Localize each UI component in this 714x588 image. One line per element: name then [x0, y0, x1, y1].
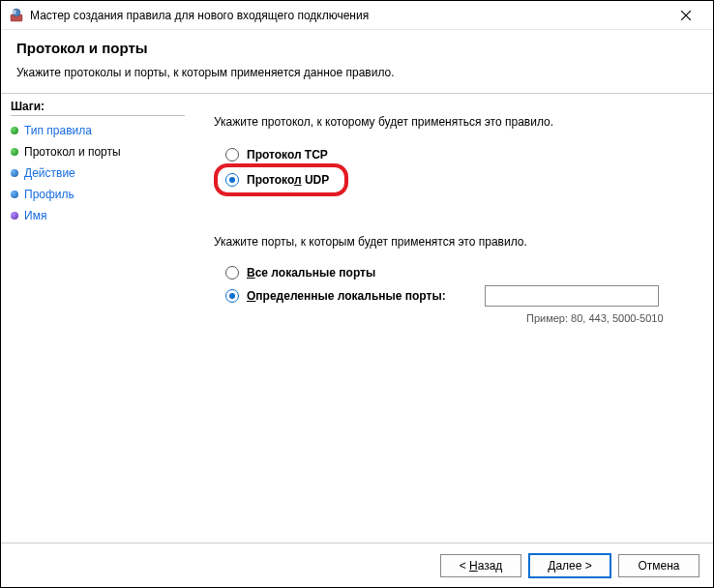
step-item[interactable]: Имя	[11, 205, 185, 226]
wizard-header: Протокол и порты Укажите протоколы и пор…	[1, 30, 713, 94]
protocol-tcp-label: Протокол TCP	[247, 148, 328, 162]
specific-ports-label: Определенные локальные порты:	[247, 289, 446, 303]
page-title: Протокол и порты	[16, 40, 698, 56]
step-item[interactable]: Профиль	[11, 184, 185, 205]
step-item[interactable]: Действие	[11, 162, 185, 184]
ports-prompt: Укажите порты, к которым будет применятс…	[214, 235, 694, 249]
specific-ports-option[interactable]: Определенные локальные порты:	[225, 285, 694, 307]
step-item[interactable]: Протокол и порты	[11, 141, 185, 162]
back-button[interactable]: < Назад	[440, 554, 521, 577]
ports-example: Пример: 80, 443, 5000-5010	[526, 312, 694, 324]
step-bullet-icon	[11, 169, 18, 177]
step-label: Протокол и порты	[24, 145, 121, 159]
specific-ports-input[interactable]	[485, 285, 659, 307]
next-button[interactable]: Далее >	[529, 554, 610, 577]
all-ports-option[interactable]: Все локальные порты	[225, 266, 694, 279]
radio-icon	[225, 266, 239, 279]
titlebar: Мастер создания правила для нового входя…	[1, 1, 713, 30]
radio-icon	[225, 173, 239, 187]
cancel-button[interactable]: Отмена	[618, 554, 699, 577]
wizard-window: Мастер создания правила для нового входя…	[0, 0, 714, 588]
close-button[interactable]	[667, 1, 705, 29]
radio-icon	[225, 148, 239, 162]
step-label: Тип правила	[24, 124, 92, 137]
svg-rect-2	[13, 10, 16, 14]
step-bullet-icon	[11, 191, 18, 198]
highlight-annotation: Протокол UDP	[214, 163, 348, 196]
step-bullet-icon	[11, 212, 18, 220]
protocol-udp-label: Протокол UDP	[247, 173, 329, 187]
steps-heading: Шаги:	[11, 100, 185, 116]
wizard-body: Шаги: Тип правилаПротокол и портыДействи…	[1, 94, 713, 543]
wizard-content: Укажите протокол, к которому будет приме…	[194, 94, 713, 543]
step-label: Профиль	[24, 188, 74, 201]
step-label: Действие	[24, 166, 75, 180]
protocol-prompt: Укажите протокол, к которому будет приме…	[214, 115, 694, 129]
wizard-footer: < Назад Далее > Отмена	[1, 543, 713, 587]
steps-sidebar: Шаги: Тип правилаПротокол и портыДействи…	[1, 94, 194, 543]
page-subtitle: Укажите протоколы и порты, к которым при…	[16, 66, 698, 79]
step-label: Имя	[24, 209, 46, 222]
protocol-udp-option[interactable]: Протокол UDP	[225, 171, 329, 189]
window-title: Мастер создания правила для нового входя…	[30, 9, 667, 22]
step-item[interactable]: Тип правила	[11, 120, 185, 141]
radio-icon	[225, 289, 239, 303]
protocol-tcp-option[interactable]: Протокол TCP	[214, 146, 694, 163]
app-icon	[9, 8, 24, 23]
step-bullet-icon	[11, 127, 18, 134]
step-bullet-icon	[11, 148, 18, 156]
all-ports-label: Все локальные порты	[247, 266, 375, 279]
